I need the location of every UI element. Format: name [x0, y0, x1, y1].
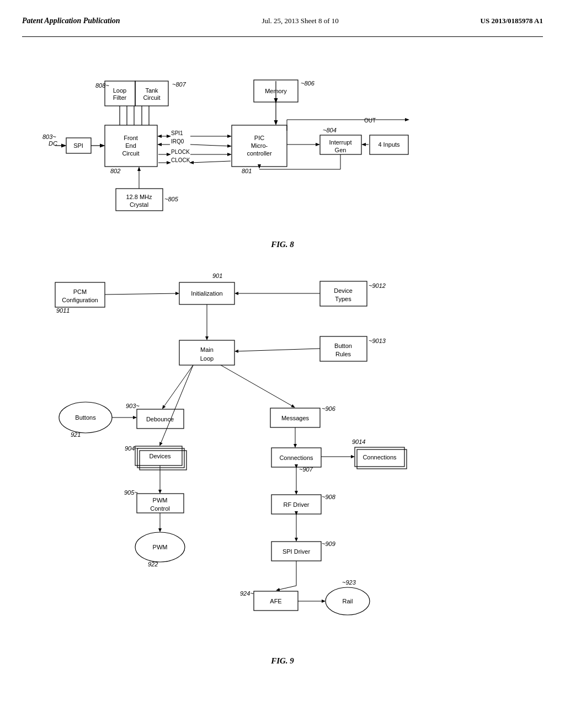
fig9-section: PCM Configuration 9011 Initialization 90… [22, 255, 543, 666]
svg-text:924~: 924~ [240, 590, 254, 597]
svg-text:~907: ~907 [299, 466, 313, 473]
svg-text:~908: ~908 [322, 494, 336, 500]
svg-text:Interrupt: Interrupt [329, 139, 352, 146]
svg-text:OUT: OUT [364, 117, 376, 124]
svg-text:SPI1: SPI1 [171, 130, 183, 136]
fig9-label: FIG. 9 [22, 656, 543, 666]
svg-text:802: 802 [110, 168, 120, 174]
svg-text:Configuration: Configuration [62, 297, 98, 303]
svg-text:Filter: Filter [113, 94, 127, 101]
svg-text:~806: ~806 [301, 80, 315, 87]
svg-text:~909: ~909 [322, 540, 335, 547]
svg-text:~805: ~805 [164, 196, 179, 202]
svg-text:9011: 9011 [56, 307, 70, 314]
fig8-diagram: Loop Filter Tank Circuit ~807 808~ Memor… [22, 53, 552, 235]
svg-text:Device: Device [334, 287, 353, 294]
svg-text:IRQ0: IRQ0 [171, 138, 184, 144]
svg-text:Button: Button [334, 342, 352, 349]
svg-text:controller: controller [247, 150, 272, 157]
svg-text:901: 901 [212, 272, 222, 279]
page-header: Patent Application Publication Jul. 25, … [22, 11, 543, 37]
svg-line-45 [190, 161, 231, 163]
svg-text:Messages: Messages [281, 415, 310, 421]
fig8-label: FIG. 8 [22, 240, 543, 249]
svg-text:~807: ~807 [172, 81, 186, 88]
svg-text:904~: 904~ [125, 445, 138, 452]
svg-line-135 [277, 586, 296, 590]
svg-text:4 Inputs: 4 Inputs [378, 141, 400, 148]
svg-text:SPI Driver: SPI Driver [282, 548, 310, 555]
svg-line-76 [105, 293, 178, 295]
svg-text:Micro-: Micro- [251, 142, 268, 149]
svg-text:Buttons: Buttons [75, 414, 96, 421]
svg-text:Loop: Loop [200, 355, 214, 362]
svg-text:9014: 9014 [352, 438, 365, 445]
svg-text:Gen: Gen [335, 147, 347, 153]
svg-text:Rail: Rail [343, 598, 353, 604]
svg-text:RF Driver: RF Driver [283, 501, 309, 508]
svg-text:905~: 905~ [124, 489, 138, 496]
svg-text:921: 921 [71, 431, 81, 438]
svg-text:Control: Control [150, 505, 169, 512]
svg-text:Connections: Connections [279, 454, 313, 461]
svg-text:Initialization: Initialization [191, 290, 222, 297]
page: Patent Application Publication Jul. 25, … [0, 0, 565, 728]
svg-text:Rules: Rules [335, 351, 351, 357]
svg-text:SPI: SPI [73, 142, 83, 149]
svg-text:Devices: Devices [149, 453, 171, 459]
svg-text:~9012: ~9012 [369, 282, 386, 289]
svg-text:~804: ~804 [323, 127, 337, 133]
header-right: US 2013/0185978 A1 [481, 17, 543, 25]
svg-text:PCM: PCM [73, 288, 87, 295]
svg-line-86 [236, 349, 320, 351]
svg-text:~923: ~923 [342, 579, 356, 586]
svg-text:Loop: Loop [113, 87, 126, 94]
svg-text:922: 922 [148, 561, 158, 568]
svg-text:Main: Main [200, 346, 214, 353]
svg-text:Front: Front [124, 135, 138, 141]
svg-text:~9013: ~9013 [369, 338, 386, 344]
svg-text:PIC: PIC [254, 135, 264, 141]
svg-line-43 [190, 144, 231, 146]
svg-text:End: End [125, 142, 136, 149]
svg-text:Connections: Connections [363, 454, 397, 461]
svg-text:Crystal: Crystal [130, 201, 148, 208]
svg-text:PWM: PWM [153, 544, 168, 550]
svg-text:CLOCK: CLOCK [171, 157, 190, 163]
svg-text:903~: 903~ [126, 403, 140, 409]
svg-text:803~: 803~ [42, 133, 56, 140]
svg-text:801: 801 [242, 168, 252, 174]
svg-text:Tank: Tank [145, 87, 158, 94]
svg-text:808~: 808~ [95, 82, 109, 89]
svg-text:AFE: AFE [270, 598, 281, 604]
svg-text:PWM: PWM [153, 497, 168, 504]
svg-line-98 [221, 365, 294, 407]
header-left: Patent Application Publication [22, 17, 120, 25]
fig9-diagram: PCM Configuration 9011 Initialization 90… [22, 255, 552, 652]
svg-text:Types: Types [335, 296, 351, 302]
header-mid: Jul. 25, 2013 Sheet 8 of 10 [262, 17, 338, 25]
svg-text:Circuit: Circuit [122, 150, 139, 157]
svg-text:Circuit: Circuit [143, 94, 160, 101]
svg-text:PLOCK: PLOCK [171, 149, 190, 155]
svg-text:~906: ~906 [322, 405, 336, 412]
svg-text:12.8 MHz: 12.8 MHz [126, 194, 152, 200]
fig8-section: Loop Filter Tank Circuit ~807 808~ Memor… [22, 53, 543, 249]
